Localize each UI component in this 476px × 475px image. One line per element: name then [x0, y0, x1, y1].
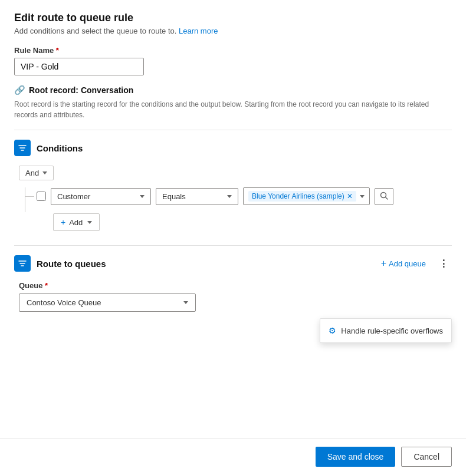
- learn-more-link[interactable]: Learn more: [179, 27, 218, 35]
- overflow-dropdown-menu: ⚙ Handle rule-specific overflows: [320, 318, 452, 343]
- condition-search-button[interactable]: [375, 188, 393, 205]
- divider-1: [14, 130, 452, 130]
- add-btn-container: + Add: [41, 211, 452, 231]
- rule-name-input[interactable]: [14, 58, 144, 75]
- queue-field-container: Queue * Contoso Voice Queue: [19, 281, 452, 312]
- field-chevron-icon: [140, 195, 145, 198]
- condition-field-dropdown[interactable]: Customer: [51, 188, 151, 205]
- condition-operator-dropdown[interactable]: Equals: [156, 188, 238, 205]
- add-queue-button[interactable]: + Add queue: [376, 256, 431, 271]
- root-record-label: Root record: Conversation: [29, 85, 133, 95]
- condition-checkbox[interactable]: [37, 192, 46, 201]
- route-header: Route to queues + Add queue ⋮: [14, 255, 452, 272]
- root-record-icon: 🔗: [14, 85, 25, 95]
- rule-name-label: Rule Name *: [14, 46, 452, 55]
- tree-vertical-line: [25, 187, 25, 212]
- queue-label: Queue *: [19, 281, 452, 290]
- conditions-icon: [14, 140, 31, 156]
- page-header: Edit route to queue rule Add conditions …: [14, 12, 452, 35]
- add-condition-button[interactable]: + Add: [53, 213, 100, 231]
- route-section: Route to queues + Add queue ⋮ Queue * Co…: [14, 255, 452, 312]
- add-queue-plus-icon: +: [381, 258, 386, 269]
- add-chevron-icon: [87, 221, 92, 224]
- page-title: Edit route to queue rule: [14, 12, 452, 24]
- route-title: Route to queues: [37, 259, 106, 269]
- condition-value-field[interactable]: Blue Yonder Airlines (sample) ✕: [243, 187, 370, 205]
- conditions-header: Conditions: [14, 140, 452, 156]
- cancel-button[interactable]: Cancel: [401, 447, 452, 467]
- condition-value-tag: Blue Yonder Airlines (sample) ✕: [248, 191, 356, 202]
- queue-chevron-icon: [183, 301, 188, 304]
- save-and-close-button[interactable]: Save and close: [316, 447, 396, 467]
- footer-bar: Save and close Cancel: [0, 438, 466, 475]
- svg-line-1: [385, 197, 388, 199]
- root-record-section: 🔗 Root record: Conversation: [14, 85, 452, 95]
- handle-overflow-menu-item[interactable]: ⚙ Handle rule-specific overflows: [320, 321, 451, 340]
- operator-chevron-icon: [227, 195, 232, 198]
- tag-close-icon[interactable]: ✕: [347, 192, 353, 200]
- conditions-title: Conditions: [37, 143, 83, 153]
- conditions-area: And Customer Equals: [19, 166, 452, 231]
- route-icon: [14, 255, 31, 272]
- value-chevron-icon: [360, 195, 365, 198]
- rule-name-field: Rule Name *: [14, 46, 452, 75]
- queue-select-dropdown[interactable]: Contoso Voice Queue: [19, 293, 196, 312]
- conditions-tree: Customer Equals Blue Yonder Airlines (sa…: [25, 187, 452, 231]
- condition-row: Customer Equals Blue Yonder Airlines (sa…: [37, 187, 452, 205]
- main-panel: Edit route to queue rule Add conditions …: [0, 0, 466, 475]
- divider-2: [14, 245, 452, 246]
- and-chevron-icon: [42, 171, 47, 174]
- and-dropdown[interactable]: And: [19, 166, 54, 180]
- root-record-desc: Root record is the starting record for t…: [14, 99, 452, 120]
- overflow-icon: ⚙: [329, 326, 336, 335]
- more-options-button[interactable]: ⋮: [435, 256, 452, 272]
- route-header-actions: + Add queue ⋮: [376, 256, 452, 272]
- plus-icon: +: [61, 217, 65, 227]
- page-subtitle: Add conditions and select the queue to r…: [14, 27, 452, 35]
